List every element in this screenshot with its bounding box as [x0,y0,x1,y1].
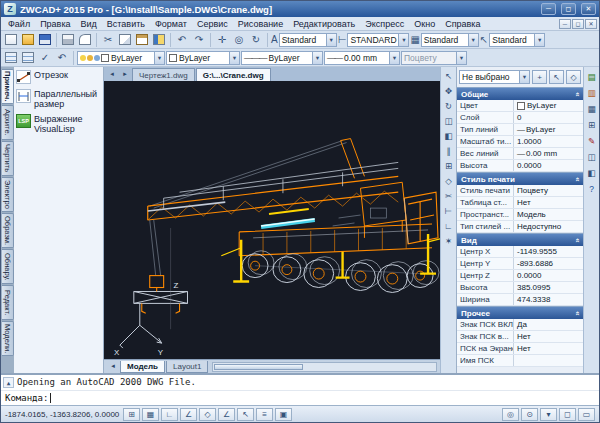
tool-parallel-dimension[interactable]: Параллельный размер [16,89,101,109]
section-plotstyle[interactable]: Стиль печати « [457,172,583,185]
prop-value[interactable]: Нет [514,331,583,342]
collapse-icon[interactable]: « [572,238,581,242]
mirror-button[interactable]: ◧ [442,129,456,143]
clean-screen-button[interactable]: ◻ [559,408,576,421]
toggle-pickadd-button[interactable]: + [532,70,547,84]
palette-tab-architecture[interactable]: Архите. [2,105,14,140]
title-bar[interactable]: Z ZWCAD+ 2015 Pro - [G:\Install\Sample.D… [1,1,599,17]
external-refs-button[interactable]: ◧ [585,166,599,180]
collapse-icon[interactable]: « [572,92,581,96]
open-button[interactable] [20,32,36,48]
menu-modify[interactable]: Редактировать [288,17,360,30]
fullscreen-button[interactable]: ▭ [578,408,595,421]
prop-value[interactable]: ByLayer [514,100,583,111]
lineweight-combo[interactable]: —— 0.00 mm ▼ [324,51,400,65]
menu-tools[interactable]: Сервис [192,17,233,30]
snap-toggle[interactable]: ⊞ [123,408,140,421]
prop-row-color[interactable]: Цвет ByLayer [457,100,583,112]
collapse-icon[interactable]: « [572,177,581,181]
grid-toggle[interactable]: ▦ [142,408,159,421]
dropdown-arrow-icon[interactable]: ▼ [326,34,336,46]
prop-row-plotstyletype[interactable]: Тип стилей ... Недоступно [457,221,583,233]
select-objects-button[interactable]: ↖ [549,70,564,84]
extend-button[interactable]: ⊢ [442,204,456,218]
menu-draw[interactable]: Рисование [233,17,288,30]
minimize-button[interactable]: ─ [541,3,556,15]
paste-button[interactable] [134,32,150,48]
layout1-tab[interactable]: Layout1 [166,361,208,373]
cut-button[interactable]: ✂ [100,32,116,48]
prop-row-ucsicon-origin[interactable]: Знак ПСК в... Нет [457,331,583,343]
move-button[interactable]: ✥ [442,84,456,98]
prop-value[interactable]: 0.0000 [514,270,583,281]
scale-list-button[interactable]: ▾ [540,408,557,421]
layout-scroll-left-icon[interactable]: ◂ [107,360,119,372]
zoom-button[interactable]: ◎ [231,32,247,48]
prop-value[interactable]: Нет [514,197,583,208]
doc-tab-crane[interactable]: G:\...\Crane.dwg [196,68,271,81]
offset-button[interactable]: ∥ [442,144,456,158]
prop-row-plottable[interactable]: Таблица ст... Нет [457,197,583,209]
make-layer-current-button[interactable]: ✓ [37,50,53,66]
prop-value[interactable]: 385.0995 [514,282,583,293]
mdi-restore-button[interactable]: ◻ [572,19,584,29]
calculator-button[interactable]: ⊞ [585,118,599,132]
expand-history-icon[interactable]: ▲ [3,377,14,388]
prop-value[interactable] [514,355,583,366]
dropdown-arrow-icon[interactable]: ▼ [389,52,399,64]
palette-tab-electrical[interactable]: Электро [2,177,14,212]
design-center-button[interactable]: ▦ [585,102,599,116]
prop-row-plotstyle[interactable]: Стиль печати Поцвету [457,185,583,197]
dynamic-input-toggle[interactable]: ↖ [237,408,254,421]
prop-value[interactable]: Недоступно [514,221,583,232]
osnap-toggle[interactable]: ◇ [199,408,216,421]
menu-express[interactable]: Экспресс [360,17,409,30]
model-space-toggle[interactable]: ▣ [275,408,292,421]
tool-palettes-button[interactable]: ▥ [585,86,599,100]
selection-combo[interactable]: Не выбрано ▼ [459,70,530,84]
palette-tab-annotation[interactable]: Примеч. [2,69,14,104]
erase-button[interactable]: ◇ [442,174,456,188]
prop-row-thickness[interactable]: Высота 0.0000 [457,160,583,172]
prop-row-height[interactable]: Высота 385.0995 [457,282,583,294]
menu-help[interactable]: Справка [440,17,485,30]
command-input[interactable]: Команда: [1,391,599,406]
command-history[interactable]: ▲ Opening an AutoCAD 2000 DWG File. [1,375,599,391]
prop-value[interactable]: Нет [514,343,583,354]
text-style-combo[interactable]: Standard ▼ [279,33,337,47]
lock-ui-button[interactable]: ⊙ [521,408,538,421]
table-style-combo[interactable]: Standard ▼ [421,33,479,47]
prop-row-ltscale[interactable]: Масштаб ти... 1.0000 [457,136,583,148]
close-button[interactable]: ✕ [581,3,596,15]
layer-states-button[interactable] [20,50,36,66]
prop-row-plotspace[interactable]: Пространст... Модель [457,209,583,221]
fillet-button[interactable]: ∟ [442,219,456,233]
prop-row-centery[interactable]: Центр Y -893.6886 [457,258,583,270]
palette-tab-detect[interactable]: Обнару. [2,249,14,284]
drawing-viewport[interactable]: Z X Y [104,81,440,359]
prop-value[interactable]: Модель [514,209,583,220]
dropdown-arrow-icon[interactable]: ▼ [154,52,164,64]
tab-scroll-left-icon[interactable]: ◂ [106,68,118,80]
ortho-toggle[interactable]: ∟ [161,408,178,421]
tool-line[interactable]: Отрезок [16,70,101,84]
print-button[interactable] [60,32,76,48]
prop-value[interactable]: -1149.9555 [514,246,583,257]
menu-format[interactable]: Формат [150,17,192,30]
mleader-style-combo[interactable]: Standard ▼ [489,33,545,47]
trim-button[interactable]: ✂ [442,189,456,203]
section-misc[interactable]: Прочее « [457,306,583,319]
menu-edit[interactable]: Правка [35,17,75,30]
section-view[interactable]: Вид « [457,233,583,246]
prop-value[interactable]: —0.00 mm [514,148,583,159]
palette-tab-modeling[interactable]: Модели. [2,321,14,356]
menu-file[interactable]: Файл [3,17,35,30]
match-properties-button[interactable] [151,32,167,48]
otrack-toggle[interactable]: ∠ [218,408,235,421]
menu-window[interactable]: Окно [409,17,440,30]
select-button[interactable]: ↖ [442,69,456,83]
prop-row-linetype[interactable]: Тип линий —ByLayer [457,124,583,136]
linetype-combo[interactable]: ——— ByLayer ▼ [241,51,323,65]
prop-value[interactable]: —ByLayer [514,124,583,135]
layer-previous-button[interactable]: ↶ [54,50,70,66]
